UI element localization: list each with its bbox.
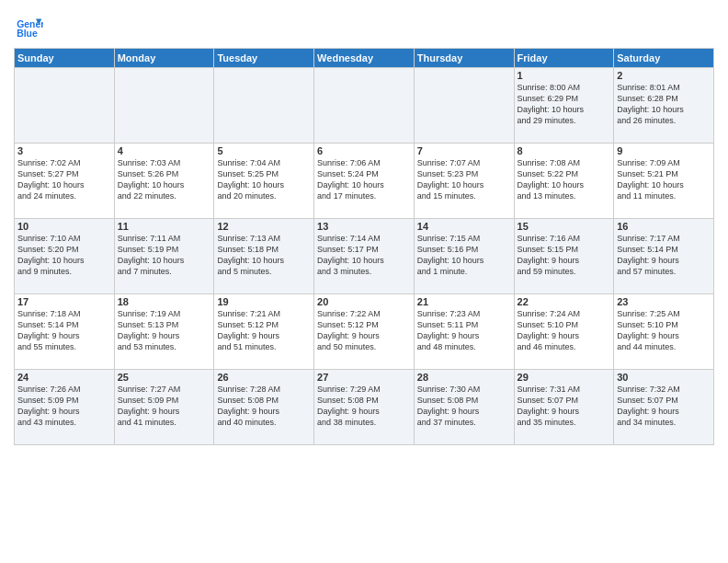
day-info: Sunrise: 8:00 AM Sunset: 6:29 PM Dayligh… — [518, 82, 611, 127]
day-info: Sunrise: 7:23 AM Sunset: 5:11 PM Dayligh… — [417, 308, 511, 353]
day-number: 19 — [217, 296, 311, 307]
calendar-cell: 12Sunrise: 7:13 AM Sunset: 5:18 PM Dayli… — [214, 219, 314, 294]
day-number: 10 — [17, 221, 111, 232]
week-row-1: 1Sunrise: 8:00 AM Sunset: 6:29 PM Daylig… — [15, 68, 714, 144]
weekday-header-wednesday: Wednesday — [314, 49, 415, 68]
calendar-cell: 25Sunrise: 7:27 AM Sunset: 5:09 PM Dayli… — [114, 370, 214, 445]
day-info: Sunrise: 7:15 AM Sunset: 5:16 PM Dayligh… — [417, 233, 511, 278]
calendar-cell: 24Sunrise: 7:26 AM Sunset: 5:09 PM Dayli… — [15, 370, 115, 445]
day-info: Sunrise: 7:29 AM Sunset: 5:08 PM Dayligh… — [317, 384, 411, 429]
week-row-5: 24Sunrise: 7:26 AM Sunset: 5:09 PM Dayli… — [15, 370, 714, 445]
calendar-cell: 22Sunrise: 7:24 AM Sunset: 5:10 PM Dayli… — [514, 294, 614, 370]
day-number: 17 — [17, 296, 111, 307]
day-info: Sunrise: 7:02 AM Sunset: 5:27 PM Dayligh… — [17, 157, 111, 202]
calendar-cell: 2Sunrise: 8:01 AM Sunset: 6:28 PM Daylig… — [614, 68, 714, 144]
day-number: 2 — [617, 70, 711, 81]
week-row-4: 17Sunrise: 7:18 AM Sunset: 5:14 PM Dayli… — [15, 294, 714, 370]
day-number: 26 — [217, 372, 311, 383]
calendar-cell: 28Sunrise: 7:30 AM Sunset: 5:08 PM Dayli… — [414, 370, 514, 445]
calendar-cell: 5Sunrise: 7:04 AM Sunset: 5:25 PM Daylig… — [214, 144, 314, 219]
day-number: 8 — [518, 145, 611, 156]
day-info: Sunrise: 7:22 AM Sunset: 5:12 PM Dayligh… — [317, 308, 411, 353]
calendar-table: SundayMondayTuesdayWednesdayThursdayFrid… — [14, 48, 714, 445]
week-row-2: 3Sunrise: 7:02 AM Sunset: 5:27 PM Daylig… — [15, 144, 714, 219]
weekday-header-saturday: Saturday — [614, 49, 714, 68]
day-info: Sunrise: 7:31 AM Sunset: 5:07 PM Dayligh… — [518, 384, 611, 429]
calendar-cell — [114, 68, 214, 144]
day-info: Sunrise: 7:17 AM Sunset: 5:14 PM Dayligh… — [617, 233, 711, 278]
calendar-body: 1Sunrise: 8:00 AM Sunset: 6:29 PM Daylig… — [15, 68, 714, 445]
calendar-cell: 23Sunrise: 7:25 AM Sunset: 5:10 PM Dayli… — [614, 294, 714, 370]
calendar-cell: 11Sunrise: 7:11 AM Sunset: 5:19 PM Dayli… — [114, 219, 214, 294]
calendar-cell: 8Sunrise: 7:08 AM Sunset: 5:22 PM Daylig… — [514, 144, 614, 219]
day-number: 11 — [118, 221, 211, 232]
day-info: Sunrise: 7:25 AM Sunset: 5:10 PM Dayligh… — [617, 308, 711, 353]
day-info: Sunrise: 7:04 AM Sunset: 5:25 PM Dayligh… — [217, 157, 311, 202]
day-info: Sunrise: 7:24 AM Sunset: 5:10 PM Dayligh… — [518, 308, 611, 353]
calendar-cell: 9Sunrise: 7:09 AM Sunset: 5:21 PM Daylig… — [614, 144, 714, 219]
weekday-header-row: SundayMondayTuesdayWednesdayThursdayFrid… — [15, 49, 714, 68]
calendar-cell: 7Sunrise: 7:07 AM Sunset: 5:23 PM Daylig… — [414, 144, 514, 219]
day-number: 14 — [417, 221, 511, 232]
calendar-cell: 17Sunrise: 7:18 AM Sunset: 5:14 PM Dayli… — [15, 294, 115, 370]
day-number: 6 — [317, 145, 411, 156]
day-number: 27 — [317, 372, 411, 383]
day-info: Sunrise: 7:14 AM Sunset: 5:17 PM Dayligh… — [317, 233, 411, 278]
weekday-header-thursday: Thursday — [414, 49, 514, 68]
day-number: 25 — [118, 372, 211, 383]
calendar-cell: 6Sunrise: 7:06 AM Sunset: 5:24 PM Daylig… — [314, 144, 415, 219]
day-number: 23 — [617, 296, 711, 307]
calendar-cell: 30Sunrise: 7:32 AM Sunset: 5:07 PM Dayli… — [614, 370, 714, 445]
calendar-cell: 1Sunrise: 8:00 AM Sunset: 6:29 PM Daylig… — [514, 68, 614, 144]
calendar-cell — [214, 68, 314, 144]
calendar-header: SundayMondayTuesdayWednesdayThursdayFrid… — [15, 49, 714, 68]
day-number: 16 — [617, 221, 711, 232]
day-info: Sunrise: 7:06 AM Sunset: 5:24 PM Dayligh… — [317, 157, 411, 202]
day-info: Sunrise: 7:16 AM Sunset: 5:15 PM Dayligh… — [518, 233, 611, 278]
day-number: 21 — [417, 296, 511, 307]
weekday-header-tuesday: Tuesday — [214, 49, 314, 68]
weekday-header-friday: Friday — [514, 49, 614, 68]
day-info: Sunrise: 7:27 AM Sunset: 5:09 PM Dayligh… — [118, 384, 211, 429]
calendar-cell — [15, 68, 115, 144]
svg-text:Blue: Blue — [17, 29, 38, 39]
calendar-cell: 20Sunrise: 7:22 AM Sunset: 5:12 PM Dayli… — [314, 294, 415, 370]
day-info: Sunrise: 7:18 AM Sunset: 5:14 PM Dayligh… — [17, 308, 111, 353]
calendar-cell: 16Sunrise: 7:17 AM Sunset: 5:14 PM Dayli… — [614, 219, 714, 294]
calendar-cell: 26Sunrise: 7:28 AM Sunset: 5:08 PM Dayli… — [214, 370, 314, 445]
day-number: 3 — [17, 145, 111, 156]
day-info: Sunrise: 7:10 AM Sunset: 5:20 PM Dayligh… — [17, 233, 111, 278]
day-info: Sunrise: 7:07 AM Sunset: 5:23 PM Dayligh… — [417, 157, 511, 202]
calendar-cell: 21Sunrise: 7:23 AM Sunset: 5:11 PM Dayli… — [414, 294, 514, 370]
calendar-cell: 4Sunrise: 7:03 AM Sunset: 5:26 PM Daylig… — [114, 144, 214, 219]
day-info: Sunrise: 7:28 AM Sunset: 5:08 PM Dayligh… — [217, 384, 311, 429]
day-number: 5 — [217, 145, 311, 156]
day-info: Sunrise: 7:09 AM Sunset: 5:21 PM Dayligh… — [617, 157, 711, 202]
calendar-cell: 29Sunrise: 7:31 AM Sunset: 5:07 PM Dayli… — [514, 370, 614, 445]
day-number: 29 — [518, 372, 611, 383]
day-info: Sunrise: 7:30 AM Sunset: 5:08 PM Dayligh… — [417, 384, 511, 429]
day-info: Sunrise: 7:32 AM Sunset: 5:07 PM Dayligh… — [617, 384, 711, 429]
calendar-cell: 18Sunrise: 7:19 AM Sunset: 5:13 PM Dayli… — [114, 294, 214, 370]
weekday-header-monday: Monday — [114, 49, 214, 68]
day-number: 24 — [17, 372, 111, 383]
logo: General Blue — [14, 13, 47, 42]
calendar-cell: 27Sunrise: 7:29 AM Sunset: 5:08 PM Dayli… — [314, 370, 415, 445]
day-number: 30 — [617, 372, 711, 383]
calendar-cell: 3Sunrise: 7:02 AM Sunset: 5:27 PM Daylig… — [15, 144, 115, 219]
calendar-cell — [414, 68, 514, 144]
day-info: Sunrise: 7:26 AM Sunset: 5:09 PM Dayligh… — [17, 384, 111, 429]
logo-icon: General Blue — [14, 13, 43, 42]
day-number: 7 — [417, 145, 511, 156]
day-info: Sunrise: 7:03 AM Sunset: 5:26 PM Dayligh… — [118, 157, 211, 202]
day-info: Sunrise: 7:11 AM Sunset: 5:19 PM Dayligh… — [118, 233, 211, 278]
day-number: 4 — [118, 145, 211, 156]
day-info: Sunrise: 7:08 AM Sunset: 5:22 PM Dayligh… — [518, 157, 611, 202]
day-number: 20 — [317, 296, 411, 307]
week-row-3: 10Sunrise: 7:10 AM Sunset: 5:20 PM Dayli… — [15, 219, 714, 294]
calendar-cell: 19Sunrise: 7:21 AM Sunset: 5:12 PM Dayli… — [214, 294, 314, 370]
calendar-cell — [314, 68, 415, 144]
day-number: 28 — [417, 372, 511, 383]
day-number: 22 — [518, 296, 611, 307]
day-number: 12 — [217, 221, 311, 232]
